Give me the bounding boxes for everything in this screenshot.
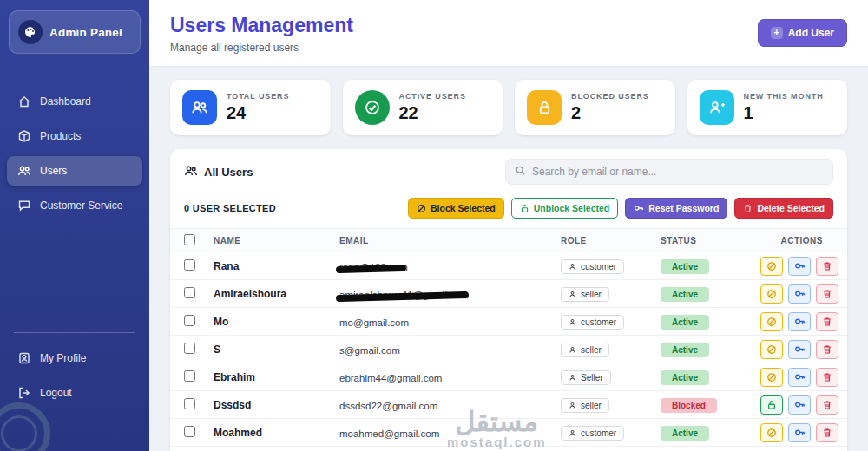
row-checkbox[interactable] (184, 259, 195, 271)
column-header-actions: ACTIONS (781, 236, 834, 245)
sidebar-item-label: Users (40, 165, 67, 177)
block-user-button[interactable] (760, 423, 783, 442)
sidebar-item-label: Customer Service (40, 199, 122, 212)
user-email: dssdsd22@gmail.com (339, 401, 437, 411)
role-badge: customer (561, 259, 624, 274)
add-user-label: Add User (788, 27, 834, 39)
products-icon (17, 129, 31, 143)
stat-card-total-users: TOTAL USERS 24 (170, 80, 331, 135)
table-row: Moahmed moahmed@gmail.com customer Activ… (170, 419, 847, 447)
role-badge: customer (561, 315, 624, 330)
role-badge: Seller (561, 370, 611, 385)
stat-label: NEW THIS MONTH (744, 92, 824, 101)
row-checkbox[interactable] (184, 287, 195, 298)
sidebar-item-label: My Profile (40, 352, 86, 364)
unblock-user-button[interactable] (760, 395, 783, 415)
block-selected-label: Block Selected (431, 203, 496, 213)
block-user-button[interactable] (760, 312, 783, 331)
plus-icon: + (771, 27, 783, 39)
block-selected-button[interactable]: Block Selected (408, 198, 504, 219)
stat-value: 1 (744, 103, 824, 123)
reset-password-button[interactable] (788, 340, 811, 359)
table-row: S s@gmail.com seller Active (170, 336, 847, 363)
delete-user-button[interactable] (816, 423, 838, 442)
table-row: Ebrahim ebrahim44@gmail.com Seller Activ… (170, 363, 847, 391)
reset-password-button[interactable] (788, 257, 811, 276)
search-box (505, 159, 833, 185)
main-content: Users Management Manage all registered u… (149, 0, 868, 451)
role-badge: seller (561, 343, 609, 357)
all-users-title: All Users (204, 166, 253, 179)
stat-value: 2 (571, 103, 649, 123)
select-all-checkbox[interactable] (184, 234, 195, 245)
sidebar-item-customer-service[interactable]: Customer Service (7, 191, 142, 220)
selected-count: 0 USER SELECTED (184, 203, 276, 213)
page-header: Users Management Manage all registered u… (149, 0, 868, 67)
row-checkbox[interactable] (184, 398, 195, 409)
reset-password-selected-button[interactable]: Reset Password (625, 198, 727, 219)
reset-password-button[interactable] (788, 395, 811, 415)
sidebar-item-label: Products (40, 130, 81, 142)
user-email: rana@123.com (339, 262, 408, 272)
all-users-icon (184, 164, 198, 180)
sidebar-item-dashboard[interactable]: Dashboard (7, 87, 142, 116)
delete-user-button[interactable] (816, 395, 838, 415)
reset-password-button[interactable] (788, 312, 811, 331)
unblock-selected-label: Unblock Selected (534, 203, 610, 213)
sidebar-item-my-profile[interactable]: My Profile (7, 343, 142, 373)
table-card-header: All Users (170, 149, 847, 193)
delete-user-button[interactable] (816, 257, 838, 276)
reset-password-button[interactable] (788, 423, 811, 442)
row-checkbox[interactable] (184, 370, 195, 382)
reset-password-button[interactable] (788, 368, 811, 387)
delete-user-button[interactable] (816, 284, 838, 304)
brand-title: Admin Panel (49, 26, 122, 39)
delete-user-button[interactable] (816, 368, 838, 387)
delete-selected-label: Delete Selected (757, 203, 825, 213)
row-checkbox[interactable] (184, 343, 195, 354)
sidebar-item-logout[interactable]: Logout (7, 378, 142, 408)
sidebar-divider (14, 332, 135, 333)
role-badge: seller (561, 398, 609, 413)
stat-value: 24 (227, 103, 289, 123)
row-checkbox[interactable] (184, 315, 195, 326)
role-badge: seller (561, 287, 609, 302)
sidebar-item-users[interactable]: Users (7, 156, 142, 186)
delete-selected-button[interactable]: Delete Selected (734, 198, 833, 219)
stat-card-new-this-month: NEW THIS MONTH 1 (687, 80, 848, 135)
user-name: Ebrahim (214, 371, 339, 383)
sidebar-item-products[interactable]: Products (7, 121, 142, 151)
status-badge: Active (661, 259, 709, 274)
reset-password-label: Reset Password (648, 203, 719, 213)
user-email: amiraelshoura11@gmail.com (339, 290, 469, 300)
delete-user-button[interactable] (816, 312, 838, 331)
blocked-users-icon (527, 90, 562, 125)
stat-label: BLOCKED USERS (571, 92, 649, 101)
block-user-button[interactable] (760, 368, 783, 387)
row-checkbox[interactable] (184, 426, 195, 437)
active-users-icon (355, 90, 390, 125)
user-name: Mo (214, 316, 339, 328)
logo-icon (18, 20, 43, 44)
status-badge: Blocked (661, 398, 717, 413)
unblock-selected-button[interactable]: Unblock Selected (511, 198, 619, 219)
delete-user-button[interactable] (816, 340, 838, 359)
new-users-icon (700, 90, 734, 125)
status-badge: Active (661, 426, 709, 441)
user-email: s@gmail.com (339, 345, 400, 356)
page-subtitle: Manage all registered users (170, 42, 353, 54)
table-row: Mo mo@gmail.com customer Active (170, 308, 847, 336)
user-name: Rana (214, 260, 339, 272)
stats-row: TOTAL USERS 24 ACTIVE USERS 22 BLOCKED U… (149, 67, 868, 144)
block-user-button[interactable] (760, 340, 783, 359)
search-input[interactable] (532, 166, 824, 178)
block-user-button[interactable] (760, 284, 783, 304)
chat-icon (17, 199, 31, 212)
user-email: moahmed@gmail.com (339, 428, 439, 439)
add-user-button[interactable]: + Add User (758, 19, 847, 47)
table-header-row: NAME EMAIL ROLE STATUS ACTIONS (170, 228, 847, 252)
user-email: ebrahim44@gmail.com (339, 373, 442, 383)
status-badge: Active (661, 287, 709, 302)
reset-password-button[interactable] (788, 284, 811, 304)
block-user-button[interactable] (760, 257, 783, 276)
